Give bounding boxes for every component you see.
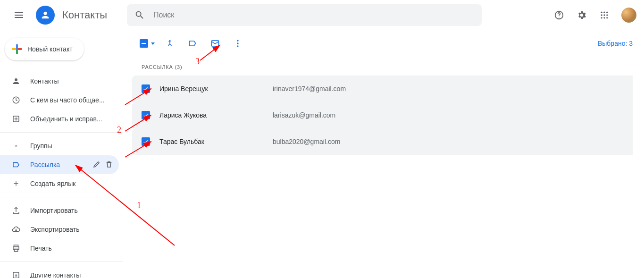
sidebar-export[interactable]: Экспортировать <box>0 220 119 239</box>
chevron-up-icon <box>11 143 21 149</box>
settings-button[interactable] <box>572 6 591 25</box>
sidebar-item-frequent[interactable]: С кем вы часто общае... <box>0 91 119 110</box>
sidebar-item-merge-fix[interactable]: Объединить и исправ... <box>0 110 119 128</box>
contact-name: Лариса Жукова <box>159 111 263 119</box>
cloud-download-icon <box>11 225 21 234</box>
sidebar-item-label: Контакты <box>30 77 119 85</box>
selected-count-text: Выбрано: 3 <box>598 40 633 47</box>
list-section-header: РАССЫЛКА (3) <box>132 57 633 76</box>
sidebar-label-rassylka[interactable]: Рассылка <box>0 155 119 174</box>
row-checkbox[interactable] <box>142 111 150 119</box>
more-actions-button[interactable] <box>228 34 247 53</box>
contacts-logo-icon <box>36 6 55 25</box>
contact-row[interactable]: Лариса Жукова larisazuk@gmail.com <box>132 102 633 128</box>
row-checkbox[interactable] <box>142 84 150 93</box>
svg-point-4 <box>606 12 608 13</box>
select-all-toggle[interactable] <box>138 34 157 53</box>
plus-icon <box>12 44 22 54</box>
row-checkbox[interactable] <box>142 137 150 146</box>
contact-name: Тарас Бульбак <box>159 138 263 145</box>
sidebar-item-label: Группы <box>30 142 119 150</box>
sidebar-item-label: С кем вы часто общае... <box>30 96 119 104</box>
svg-point-10 <box>606 17 608 18</box>
annotation-number-1: 1 <box>137 201 141 211</box>
edit-label-button[interactable] <box>92 160 101 170</box>
svg-point-17 <box>237 40 238 42</box>
history-icon <box>11 96 21 104</box>
delete-label-button[interactable] <box>105 160 113 170</box>
sidebar-item-label: Рассылка <box>30 161 83 168</box>
new-contact-label: Новый контакт <box>27 45 73 53</box>
contact-email: bulba2020@gmail.com <box>273 138 340 145</box>
sidebar-item-label: Объединить и исправ... <box>30 115 119 123</box>
sidebar-item-label: Другие контакты <box>30 271 119 278</box>
gear-icon <box>577 10 587 20</box>
svg-point-1 <box>559 17 559 17</box>
send-email-button[interactable] <box>206 34 225 53</box>
pencil-icon <box>92 160 101 168</box>
archive-icon <box>11 271 21 278</box>
sidebar-create-label[interactable]: Создать ярлык <box>0 174 119 193</box>
svg-point-19 <box>237 45 238 47</box>
annotation-number-3: 3 <box>195 57 200 67</box>
merge-contacts-button[interactable] <box>160 34 179 53</box>
svg-point-7 <box>606 14 608 16</box>
manage-labels-button[interactable] <box>183 34 202 53</box>
check-icon <box>142 112 149 118</box>
svg-point-5 <box>601 14 602 16</box>
print-icon <box>11 244 21 253</box>
search-bar[interactable] <box>127 4 482 26</box>
sidebar-other-contacts[interactable]: Другие контакты <box>0 266 119 278</box>
svg-point-6 <box>603 14 605 16</box>
svg-point-8 <box>601 17 602 18</box>
upload-icon <box>11 206 21 215</box>
svg-point-9 <box>603 17 605 18</box>
help-icon <box>554 10 564 20</box>
contact-name: Ирина Верещук <box>159 85 263 93</box>
contact-row[interactable]: Ирина Верещук irinaver1974@gmail.com <box>132 76 633 102</box>
svg-point-18 <box>237 42 238 44</box>
sidebar-item-contacts[interactable]: Контакты <box>0 72 119 91</box>
search-icon <box>134 10 145 20</box>
label-icon <box>11 160 21 169</box>
more-vert-icon <box>233 39 243 48</box>
header: Контакты <box>0 0 644 30</box>
check-icon <box>142 85 149 92</box>
selection-toolbar: Выбрано: 3 <box>132 30 633 57</box>
sidebar-groups-header[interactable]: Группы <box>0 136 119 155</box>
app-title: Контакты <box>62 9 107 21</box>
dropdown-arrow-icon <box>151 42 155 45</box>
person-icon <box>11 77 21 85</box>
new-contact-button[interactable]: Новый контакт <box>5 38 84 60</box>
sidebar-item-label: Создать ярлык <box>30 180 119 187</box>
contact-email: irinaver1974@gmail.com <box>273 85 346 93</box>
annotation-number-2: 2 <box>117 125 121 135</box>
main-content: Выбрано: 3 РАССЫЛКА (3) Ирина Верещук ir… <box>123 30 644 278</box>
apps-button[interactable] <box>595 6 614 25</box>
indeterminate-checkbox-icon <box>140 39 148 48</box>
contact-email: larisazuk@gmail.com <box>273 111 335 119</box>
svg-point-2 <box>601 12 602 13</box>
apps-grid-icon <box>600 10 609 20</box>
search-input[interactable] <box>152 10 474 20</box>
sidebar: Новый контакт Контакты С кем вы часто об… <box>0 30 123 278</box>
check-icon <box>142 138 149 145</box>
sidebar-item-label: Импортировать <box>30 207 119 214</box>
sidebar-import[interactable]: Импортировать <box>0 201 119 220</box>
help-button[interactable] <box>550 6 569 25</box>
plus-small-icon <box>11 180 21 187</box>
mail-icon <box>210 39 220 48</box>
main-menu-button[interactable] <box>8 4 30 26</box>
merge-arrow-icon <box>165 39 175 48</box>
merge-icon <box>11 115 21 123</box>
trash-icon <box>105 160 113 168</box>
contact-row[interactable]: Тарас Бульбак bulba2020@gmail.com <box>132 128 633 155</box>
account-avatar[interactable] <box>621 8 636 23</box>
sidebar-print[interactable]: Печать <box>0 239 119 258</box>
sidebar-item-label: Экспортировать <box>30 226 119 233</box>
label-outline-icon <box>188 39 197 48</box>
sidebar-item-label: Печать <box>30 244 119 252</box>
svg-point-3 <box>603 12 605 13</box>
